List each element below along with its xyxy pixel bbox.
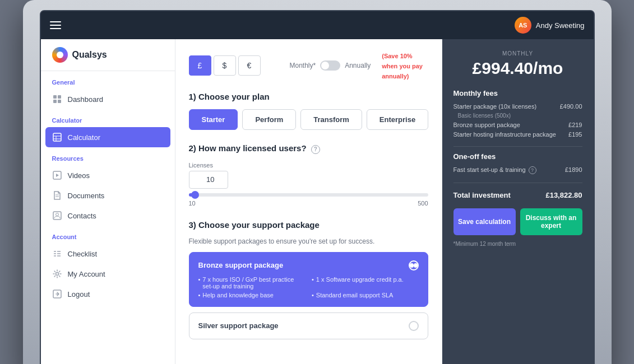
currency-gbp[interactable]: £ bbox=[189, 55, 211, 76]
fee-value-1: £490.00 bbox=[560, 103, 582, 110]
currency-eur[interactable]: € bbox=[238, 55, 261, 76]
svg-rect-1 bbox=[58, 95, 61, 99]
currency-row: £ $ € Monthly* Annually (Save 10% when y… bbox=[189, 50, 428, 81]
hamburger-menu[interactable] bbox=[50, 21, 61, 29]
silver-radio[interactable] bbox=[409, 321, 419, 331]
oneoff-value-1: £1890 bbox=[565, 166, 582, 174]
pricing-total: £994.40/mo bbox=[453, 59, 582, 78]
bronze-package-card[interactable]: Bronze support package 7 x hours ISO / G… bbox=[189, 252, 428, 307]
plan-transform[interactable]: Transform bbox=[300, 109, 362, 130]
logout-label: Logout bbox=[68, 290, 90, 298]
pricing-period: MONTHLY bbox=[453, 50, 582, 57]
sidebar-item-my-account[interactable]: My Account bbox=[41, 264, 175, 284]
plan-buttons: Starter Perform Transform Enterprise bbox=[189, 109, 428, 130]
discuss-expert-button[interactable]: Discuss with an expert bbox=[520, 208, 582, 235]
avatar: AS bbox=[515, 17, 531, 34]
oneoff-label-1: Fast start set-up & training ? bbox=[453, 166, 536, 174]
sidebar-item-documents[interactable]: Documents bbox=[41, 185, 175, 206]
user-info: AS Andy Sweeting bbox=[515, 17, 585, 34]
oneoff-label: One-off fees bbox=[453, 152, 582, 161]
svg-rect-0 bbox=[53, 95, 57, 99]
my-account-label: My Account bbox=[68, 270, 105, 278]
fee-label-2: Basic licenses (500x) bbox=[458, 113, 511, 119]
plan-starter[interactable]: Starter bbox=[189, 109, 238, 130]
step3-subtitle: Flexible support packages to ensure you'… bbox=[189, 237, 428, 245]
currency-usd[interactable]: $ bbox=[214, 55, 236, 76]
svg-rect-3 bbox=[58, 100, 61, 103]
contacts-label: Contacts bbox=[68, 212, 96, 220]
fee-row-4: Starter hosting infrastructure package £… bbox=[453, 131, 582, 138]
pricing-panel: MONTHLY £994.40/mo Monthly fees Starter … bbox=[442, 39, 594, 364]
bronze-feature-1: 7 x hours ISO / GxP best practice set-up… bbox=[198, 276, 306, 290]
table-icon bbox=[52, 132, 62, 142]
logo-icon bbox=[52, 47, 68, 63]
billing-toggle-switch[interactable] bbox=[320, 60, 340, 71]
bronze-radio[interactable] bbox=[409, 260, 419, 270]
fee-value-3: £219 bbox=[568, 122, 582, 128]
list-icon bbox=[52, 249, 62, 259]
fee-label-1: Starter package (10x licenses) bbox=[453, 103, 537, 110]
slider-min: 10 bbox=[189, 200, 196, 207]
calculator-label: Calculator bbox=[68, 133, 101, 142]
bronze-feature-2: 1 x Software upgrade credit p.a. bbox=[312, 276, 419, 290]
fee-label-4: Starter hosting infrastructure package bbox=[453, 131, 556, 138]
svg-marker-9 bbox=[56, 174, 59, 177]
currency-buttons: £ $ € bbox=[189, 55, 261, 76]
logo-text: Qualsys bbox=[72, 50, 107, 60]
sidebar-item-dashboard[interactable]: Dashboard bbox=[41, 89, 175, 109]
fee-value-4: £195 bbox=[568, 131, 582, 138]
dashboard-label: Dashboard bbox=[68, 95, 104, 104]
step2-help-icon[interactable]: ? bbox=[311, 145, 320, 154]
slider-range-labels: 10 500 bbox=[189, 200, 428, 207]
plan-perform[interactable]: Perform bbox=[242, 109, 296, 130]
person-icon bbox=[52, 211, 62, 221]
sidebar-item-contacts[interactable]: Contacts bbox=[41, 206, 175, 226]
oneoff-help-icon[interactable]: ? bbox=[529, 166, 536, 174]
gear-icon bbox=[52, 269, 62, 279]
sidebar-item-checklist[interactable]: Checklist bbox=[41, 244, 175, 264]
billing-monthly-label: Monthly* bbox=[290, 62, 316, 69]
slider-track[interactable] bbox=[189, 193, 428, 197]
bronze-package-name: Bronze support package bbox=[198, 261, 284, 269]
step3-heading: 3) Choose your support package bbox=[189, 220, 428, 230]
silver-package-name: Silver support package bbox=[198, 321, 279, 330]
total-label: Total investment bbox=[453, 191, 511, 199]
bronze-features: 7 x hours ISO / GxP best practice set-up… bbox=[198, 276, 419, 298]
username: Andy Sweeting bbox=[536, 21, 585, 30]
billing-annually-label: Annually bbox=[345, 62, 371, 69]
section-general: General bbox=[41, 71, 175, 89]
sidebar-item-calculator[interactable]: Calculator bbox=[45, 127, 170, 147]
slider-section: Licenses 10 500 bbox=[189, 162, 428, 207]
bronze-feature-3: Help and knowledge base bbox=[198, 292, 306, 298]
fee-row-1: Starter package (10x licenses) £490.00 bbox=[453, 103, 582, 110]
documents-label: Documents bbox=[68, 192, 105, 200]
svg-point-13 bbox=[55, 213, 58, 216]
licenses-input[interactable] bbox=[189, 171, 228, 189]
sidebar-item-logout[interactable]: Logout bbox=[41, 284, 175, 304]
save-annually-text: (Save 10% when you pay annually) bbox=[382, 53, 423, 80]
doc-icon bbox=[52, 190, 62, 200]
checklist-label: Checklist bbox=[68, 250, 98, 258]
billing-toggle: Monthly* Annually bbox=[290, 60, 371, 71]
monthly-fees-label: Monthly fees bbox=[453, 89, 582, 97]
exit-icon bbox=[52, 289, 62, 299]
silver-package-card[interactable]: Silver support package bbox=[189, 312, 428, 339]
pricing-divider-1 bbox=[453, 146, 582, 147]
sidebar-logo: Qualsys bbox=[41, 39, 175, 71]
bronze-card-header: Bronze support package bbox=[198, 260, 419, 270]
topbar: AS Andy Sweeting bbox=[41, 11, 594, 39]
pricing-actions: Save calculation Discuss with an expert bbox=[453, 208, 582, 235]
section-resources: Resources bbox=[41, 147, 175, 165]
pricing-divider-2 bbox=[453, 183, 582, 183]
total-value: £13,822.80 bbox=[545, 191, 582, 199]
slider-thumb[interactable] bbox=[191, 191, 199, 199]
oneoff-text-1: Fast start set-up & training bbox=[453, 166, 526, 173]
sidebar-item-videos[interactable]: Videos bbox=[41, 165, 175, 185]
content-body: £ $ € Monthly* Annually (Save 10% when y… bbox=[175, 39, 594, 364]
fee-label-3: Bronze support package bbox=[453, 122, 520, 128]
step2-label-text: 2) How many licensed users? bbox=[189, 143, 307, 153]
save-calculation-button[interactable]: Save calculation bbox=[453, 208, 516, 235]
plan-enterprise[interactable]: Enterprise bbox=[367, 109, 428, 130]
svg-rect-2 bbox=[53, 100, 57, 103]
section-calculator: Calculator bbox=[41, 109, 175, 127]
